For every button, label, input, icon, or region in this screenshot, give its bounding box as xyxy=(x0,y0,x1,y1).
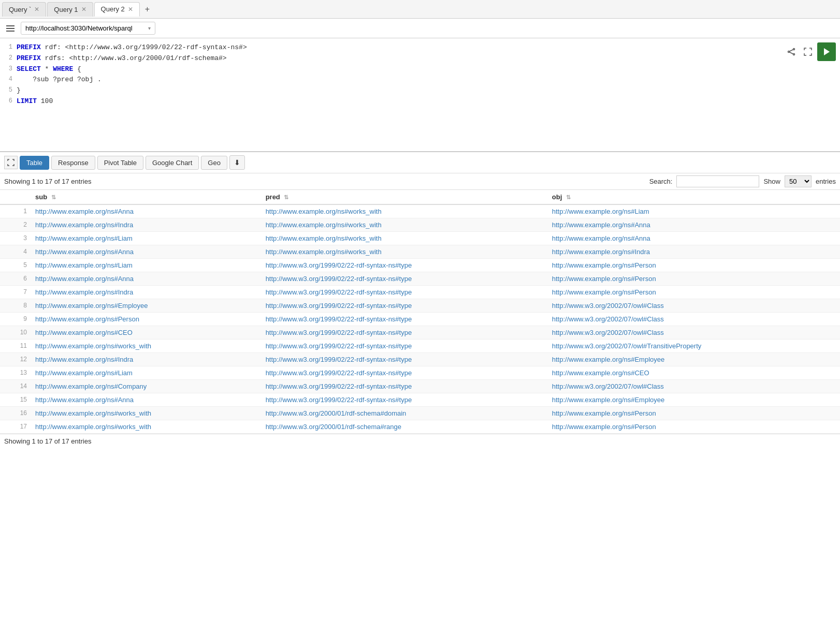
link-sub[interactable]: http://www.example.org/ns#Anna xyxy=(35,396,134,404)
svg-point-0 xyxy=(793,49,795,50)
result-tab-google-chart[interactable]: Google Chart xyxy=(146,156,199,170)
link-sub[interactable]: http://www.example.org/ns#Liam xyxy=(35,234,133,242)
link-sub[interactable]: http://www.example.org/ns#Anna xyxy=(35,275,134,283)
link-pred[interactable]: http://www.example.org/ns#works_with xyxy=(266,221,382,229)
cell-obj: http://www.example.org/ns#Anna xyxy=(548,218,840,232)
row-num: 12 xyxy=(0,353,31,366)
link-obj[interactable]: http://www.example.org/ns#Anna xyxy=(552,221,650,229)
link-sub[interactable]: http://www.example.org/ns#Indra xyxy=(35,356,133,363)
cell-obj: http://www.w3.org/2002/07/owl#Class xyxy=(548,299,840,313)
link-pred[interactable]: http://www.w3.org/1999/02/22-rdf-syntax-… xyxy=(266,369,412,377)
tab-query-2[interactable]: Query 2 ✕ xyxy=(94,2,140,17)
url-input[interactable] xyxy=(25,24,148,32)
tab-query-2-close[interactable]: ✕ xyxy=(128,6,133,12)
link-pred[interactable]: http://www.w3.org/1999/02/22-rdf-syntax-… xyxy=(266,302,412,310)
expand-button[interactable] xyxy=(4,156,18,169)
cell-sub: http://www.example.org/ns#works_with xyxy=(31,340,262,353)
link-obj[interactable]: http://www.example.org/ns#Person xyxy=(552,288,656,296)
col-header-sub[interactable]: sub ⇅ xyxy=(31,190,262,205)
link-pred[interactable]: http://www.w3.org/1999/02/22-rdf-syntax-… xyxy=(266,288,412,296)
result-tab-pivot[interactable]: Pivot Table xyxy=(97,156,143,170)
link-pred[interactable]: http://www.w3.org/1999/02/22-rdf-syntax-… xyxy=(266,342,412,350)
link-sub[interactable]: http://www.example.org/ns#Anna xyxy=(35,208,134,215)
link-sub[interactable]: http://www.example.org/ns#CEO xyxy=(35,329,133,336)
link-pred[interactable]: http://www.example.org/ns#works_with xyxy=(266,234,382,242)
link-pred[interactable]: http://www.example.org/ns#works_with xyxy=(266,248,382,256)
link-pred[interactable]: http://www.example.org/ns#works_with xyxy=(266,208,382,215)
table-row: 7http://www.example.org/ns#Indrahttp://w… xyxy=(0,286,840,299)
link-pred[interactable]: http://www.w3.org/2000/01/rdf-schema#dom… xyxy=(266,409,407,417)
tab-query-1-close[interactable]: ✕ xyxy=(81,6,86,12)
table-row: 10http://www.example.org/ns#CEOhttp://ww… xyxy=(0,326,840,340)
svg-marker-5 xyxy=(824,48,830,55)
link-pred[interactable]: http://www.w3.org/1999/02/22-rdf-syntax-… xyxy=(266,396,412,404)
share-button[interactable] xyxy=(784,45,799,59)
link-obj[interactable]: http://www.example.org/ns#Liam xyxy=(552,208,649,215)
link-sub[interactable]: http://www.example.org/ns#Anna xyxy=(35,248,134,256)
result-tab-table[interactable]: Table xyxy=(20,156,49,170)
cell-pred: http://www.w3.org/1999/02/22-rdf-syntax-… xyxy=(262,326,548,340)
add-tab-button[interactable]: + xyxy=(141,3,154,16)
link-sub[interactable]: http://www.example.org/ns#Employee xyxy=(35,302,148,310)
table-row: 8http://www.example.org/ns#Employeehttp:… xyxy=(0,299,840,313)
link-obj[interactable]: http://www.example.org/ns#Person xyxy=(552,423,656,431)
search-input[interactable] xyxy=(676,175,759,187)
link-sub[interactable]: http://www.example.org/ns#Company xyxy=(35,382,147,390)
link-sub[interactable]: http://www.example.org/ns#Indra xyxy=(35,221,133,229)
cell-pred: http://www.w3.org/1999/02/22-rdf-syntax-… xyxy=(262,272,548,286)
cell-obj: http://www.example.org/ns#Indra xyxy=(548,245,840,259)
link-obj[interactable]: http://www.w3.org/2002/07/owl#Class xyxy=(552,315,664,323)
results-info-top: Showing 1 to 17 of 17 entries xyxy=(0,174,95,188)
link-pred[interactable]: http://www.w3.org/1999/02/22-rdf-syntax-… xyxy=(266,275,412,283)
fullscreen-button[interactable] xyxy=(801,45,815,59)
link-sub[interactable]: http://www.example.org/ns#works_with xyxy=(35,423,151,431)
link-obj[interactable]: http://www.w3.org/2002/07/owl#Class xyxy=(552,329,664,336)
result-tab-response[interactable]: Response xyxy=(51,156,95,170)
hamburger-menu[interactable] xyxy=(4,22,17,35)
col-header-pred[interactable]: pred ⇅ xyxy=(262,190,548,205)
svg-line-4 xyxy=(789,52,793,54)
col-header-obj[interactable]: obj ⇅ xyxy=(548,190,840,205)
cell-pred: http://www.w3.org/1999/02/22-rdf-syntax-… xyxy=(262,353,548,366)
link-obj[interactable]: http://www.example.org/ns#Person xyxy=(552,409,656,417)
link-obj[interactable]: http://www.example.org/ns#CEO xyxy=(552,369,649,377)
tab-query-backtick[interactable]: Query ` ✕ xyxy=(2,2,46,17)
link-obj[interactable]: http://www.w3.org/2002/07/owl#Class xyxy=(552,302,664,310)
cell-obj: http://www.w3.org/2002/07/owl#Transitive… xyxy=(548,340,840,353)
url-dropdown-icon[interactable]: ▾ xyxy=(148,25,151,31)
link-obj[interactable]: http://www.example.org/ns#Anna xyxy=(552,234,650,242)
link-sub[interactable]: http://www.example.org/ns#Person xyxy=(35,315,139,323)
link-obj[interactable]: http://www.example.org/ns#Indra xyxy=(552,248,650,256)
show-label: Show xyxy=(763,178,780,185)
link-pred[interactable]: http://www.w3.org/1999/02/22-rdf-syntax-… xyxy=(266,329,412,336)
link-sub[interactable]: http://www.example.org/ns#works_with xyxy=(35,342,151,350)
run-button[interactable] xyxy=(817,42,836,61)
link-sub[interactable]: http://www.example.org/ns#Indra xyxy=(35,288,133,296)
link-obj[interactable]: http://www.w3.org/2002/07/owl#Transitive… xyxy=(552,342,702,350)
tab-query-backtick-close[interactable]: ✕ xyxy=(34,6,39,12)
cell-pred: http://www.w3.org/2000/01/rdf-schema#ran… xyxy=(262,420,548,434)
code-editor[interactable]: 1 PREFIX rdf: <http://www.w3.org/1999/02… xyxy=(0,38,840,111)
link-sub[interactable]: http://www.example.org/ns#Liam xyxy=(35,261,133,269)
cell-obj: http://www.w3.org/2002/07/owl#Class xyxy=(548,326,840,340)
link-pred[interactable]: http://www.w3.org/1999/02/22-rdf-syntax-… xyxy=(266,356,412,363)
link-obj[interactable]: http://www.example.org/ns#Person xyxy=(552,275,656,283)
link-sub[interactable]: http://www.example.org/ns#Liam xyxy=(35,369,133,377)
link-obj[interactable]: http://www.example.org/ns#Employee xyxy=(552,356,665,363)
link-pred[interactable]: http://www.w3.org/1999/02/22-rdf-syntax-… xyxy=(266,382,412,390)
link-pred[interactable]: http://www.w3.org/1999/02/22-rdf-syntax-… xyxy=(266,261,412,269)
row-num: 9 xyxy=(0,313,31,326)
code-line-5: 5 } xyxy=(0,85,840,96)
result-tab-geo[interactable]: Geo xyxy=(201,156,227,170)
download-button[interactable]: ⬇ xyxy=(229,155,245,170)
show-select[interactable]: 10 25 50 100 xyxy=(785,175,812,187)
link-sub[interactable]: http://www.example.org/ns#works_with xyxy=(35,409,151,417)
link-obj[interactable]: http://www.w3.org/2002/07/owl#Class xyxy=(552,382,664,390)
link-obj[interactable]: http://www.example.org/ns#Person xyxy=(552,261,656,269)
tab-query-1[interactable]: Query 1 ✕ xyxy=(47,2,93,17)
svg-point-2 xyxy=(788,51,790,53)
link-pred[interactable]: http://www.w3.org/2000/01/rdf-schema#ran… xyxy=(266,423,401,431)
table-row: 13http://www.example.org/ns#Liamhttp://w… xyxy=(0,366,840,380)
link-obj[interactable]: http://www.example.org/ns#Employee xyxy=(552,396,665,404)
link-pred[interactable]: http://www.w3.org/1999/02/22-rdf-syntax-… xyxy=(266,315,412,323)
